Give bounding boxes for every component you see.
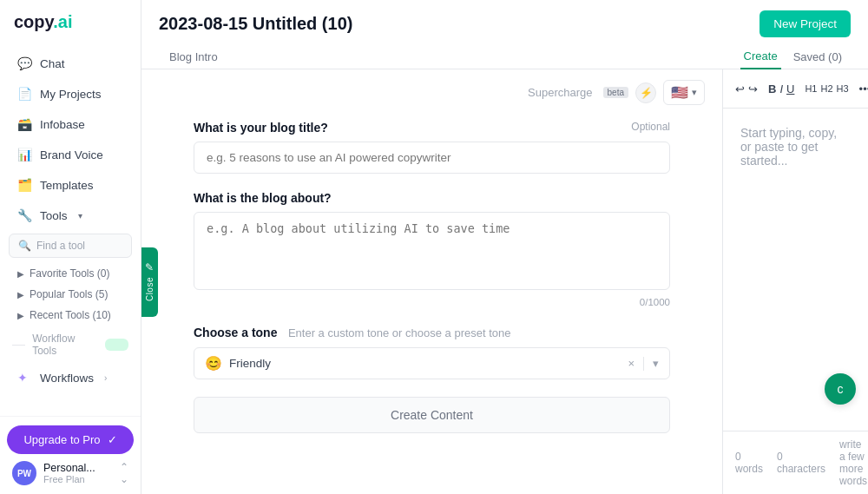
- logo: copy.ai: [14, 12, 72, 32]
- sidebar-item-chat[interactable]: 💬 Chat: [5, 49, 135, 78]
- main-header: 2023-08-15 Untitled (10) New Project: [141, 0, 868, 37]
- sidebar-item-label: Templates: [40, 179, 94, 192]
- editor-toolbar: ↩ ↪ B I U H1 H2 H3 ••• ✓ Saved: [723, 69, 868, 109]
- popular-tools-group[interactable]: ▶ Popular Tools (5): [5, 284, 135, 305]
- page-title: 2023-08-15 Untitled (10): [159, 14, 352, 34]
- editor-placeholder: Start typing, copy, or paste to get star…: [740, 126, 837, 168]
- footer-hint: write a few more words: [839, 438, 867, 487]
- tab-saved[interactable]: Saved (0): [785, 45, 851, 69]
- sidebar-item-label: Brand Voice: [40, 148, 103, 161]
- tone-divider: [643, 357, 644, 371]
- tools-label: Tools: [40, 209, 68, 222]
- popular-tools-label: Popular Tools (5): [30, 288, 108, 300]
- user-info: Personal... Free Plan: [43, 462, 120, 484]
- favorite-tools-group[interactable]: ▶ Favorite Tools (0): [5, 263, 135, 284]
- workflows-chevron-icon: ›: [104, 373, 107, 383]
- sidebar-item-tools[interactable]: 🔧 Tools ▾: [5, 201, 135, 230]
- blog-title-input[interactable]: [194, 142, 670, 174]
- sidebar-item-brand-voice[interactable]: 📊 Brand Voice: [5, 140, 135, 169]
- beta-badge: beta: [603, 87, 628, 98]
- expand-icon: ▶: [17, 290, 24, 300]
- user-name: Personal...: [43, 462, 120, 474]
- tool-groups: ▶ Favorite Tools (0) ▶ Popular Tools (5)…: [5, 263, 135, 326]
- h3-button[interactable]: H3: [837, 76, 849, 101]
- tone-selector[interactable]: 😊 Friendly × ▾: [194, 347, 670, 379]
- word-count: 0 words: [735, 451, 763, 475]
- tone-hint: Enter a custom tone or choose a preset t…: [288, 326, 511, 339]
- search-icon: 🔍: [18, 240, 31, 252]
- blog-title-field: What is your blog title? Optional: [194, 121, 670, 174]
- close-label: Close: [145, 277, 155, 301]
- sidebar-item-my-projects[interactable]: 📄 My Projects: [5, 79, 135, 109]
- fab-button[interactable]: c: [825, 373, 856, 405]
- logo-container: copy.ai: [0, 0, 141, 44]
- editor-panel: ↩ ↪ B I U H1 H2 H3 ••• ✓ Saved: [723, 69, 868, 494]
- close-sidebar-btn[interactable]: ✎ Close: [141, 247, 158, 317]
- undo-button[interactable]: ↩: [735, 76, 745, 101]
- logo-dot: .ai: [53, 12, 72, 31]
- brand-voice-icon: 📊: [17, 148, 31, 161]
- check-icon: ✓: [108, 433, 117, 446]
- workflow-tools-label: Workflow Tools: [32, 333, 98, 357]
- create-content-button[interactable]: Create Content: [194, 397, 670, 433]
- new-project-button[interactable]: New Project: [760, 10, 851, 37]
- optional-tag: Optional: [631, 121, 670, 133]
- supercharge-button[interactable]: ⚡: [635, 82, 656, 103]
- supercharge-bar: Supercharge beta ⚡ 🇺🇸 ▾: [141, 69, 722, 112]
- sidebar-item-label: My Projects: [40, 88, 102, 101]
- favorite-tools-label: Favorite Tools (0): [30, 267, 109, 280]
- underline-button[interactable]: U: [786, 76, 794, 101]
- projects-icon: 📄: [17, 87, 31, 101]
- sidebar-item-templates[interactable]: 🗂️ Templates: [5, 170, 135, 200]
- tool-tab-label: Blog Intro: [159, 45, 228, 69]
- lang-arrow-icon: ▾: [692, 87, 697, 98]
- templates-icon: 🗂️: [17, 178, 31, 192]
- language-selector[interactable]: 🇺🇸 ▾: [663, 80, 705, 105]
- sidebar-item-workflows[interactable]: ✦ Workflows ›: [5, 363, 135, 392]
- editor-wrapper: Start typing, copy, or paste to get star…: [723, 109, 868, 431]
- pencil-icon: ✎: [145, 261, 154, 273]
- workflow-tools-section[interactable]: Workflow Tools: [0, 327, 141, 362]
- blog-about-label: What is the blog about?: [194, 191, 670, 205]
- tone-section: Choose a tone Enter a custom tone or cho…: [194, 325, 670, 379]
- main-content: 2023-08-15 Untitled (10) New Project Blo…: [141, 0, 868, 494]
- upgrade-pro-button[interactable]: Upgrade to Pro ✓: [7, 425, 134, 454]
- tone-label: Choose a tone: [194, 326, 277, 339]
- recent-tools-label: Recent Tools (10): [30, 309, 111, 321]
- tools-chevron-icon: ▾: [78, 211, 82, 221]
- form-panel: ✎ Close Supercharge beta ⚡ 🇺🇸 ▾ What is …: [141, 69, 723, 494]
- search-placeholder: Find a tool: [36, 240, 85, 252]
- recent-tools-group[interactable]: ▶ Recent Tools (10): [5, 305, 135, 326]
- content-split: ✎ Close Supercharge beta ⚡ 🇺🇸 ▾ What is …: [141, 69, 868, 494]
- tone-emoji: 😊: [205, 355, 222, 372]
- tool-search-box[interactable]: 🔍 Find a tool: [9, 234, 132, 258]
- bold-button[interactable]: B: [768, 76, 776, 101]
- sidebar-nav: 💬 Chat 📄 My Projects 🗃️ Infobase 📊 Brand…: [0, 44, 141, 416]
- chat-icon: 💬: [17, 56, 31, 70]
- expand-icon: ▶: [17, 269, 24, 279]
- sidebar-item-label: Infobase: [40, 118, 85, 131]
- user-initials: PW: [17, 469, 31, 478]
- tone-dropdown-icon[interactable]: ▾: [653, 357, 659, 370]
- h1-button[interactable]: H1: [805, 76, 817, 101]
- redo-button[interactable]: ↪: [748, 76, 758, 101]
- tab-create[interactable]: Create: [740, 44, 781, 69]
- workflow-badge: [105, 339, 128, 351]
- blog-about-textarea[interactable]: [194, 212, 670, 290]
- char-count-footer: 0 characters: [777, 451, 825, 475]
- italic-button[interactable]: I: [779, 76, 783, 101]
- editor-footer: 0 words 0 characters write a few more wo…: [723, 431, 868, 494]
- tone-clear-icon[interactable]: ×: [628, 357, 635, 370]
- sidebar-footer: Upgrade to Pro ✓ PW Personal... Free Pla…: [0, 416, 141, 494]
- more-options-button[interactable]: •••: [859, 76, 868, 101]
- fab-icon: c: [838, 382, 844, 396]
- user-plan: Free Plan: [43, 474, 120, 484]
- infobase-icon: 🗃️: [17, 117, 31, 131]
- user-profile[interactable]: PW Personal... Free Plan ⌃⌄: [7, 454, 134, 485]
- tab-bar: Blog Intro Create Saved (0): [141, 37, 868, 69]
- supercharge-label: Supercharge: [528, 86, 592, 99]
- sidebar-item-label: Chat: [40, 57, 65, 70]
- blog-title-label: What is your blog title? Optional: [194, 121, 670, 135]
- sidebar-item-infobase[interactable]: 🗃️ Infobase: [5, 109, 135, 139]
- h2-button[interactable]: H2: [820, 76, 832, 101]
